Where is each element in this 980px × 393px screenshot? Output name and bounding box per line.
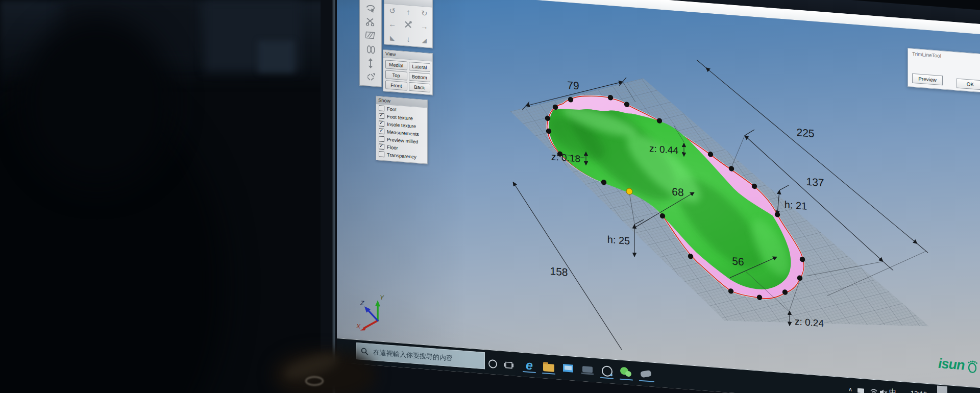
lasso-select-icon[interactable]	[364, 2, 377, 14]
tray-folder-icon[interactable]	[857, 388, 864, 393]
insole-pair-icon[interactable]	[364, 43, 377, 56]
pan-right-icon[interactable]: →	[421, 22, 428, 31]
taskbar-clock[interactable]: 12:15	[904, 389, 933, 393]
isun-foot-icon	[966, 359, 979, 373]
show-panel: Show Foot Foot texture Insole texture Me…	[376, 96, 428, 164]
expand-resize-icon[interactable]	[364, 71, 377, 83]
monitor-bezel-edge-highlight	[332, 0, 335, 393]
isun-logo: isun	[938, 356, 979, 375]
scissors-trim-icon[interactable]	[364, 15, 377, 28]
ime-indicator[interactable]: 中	[889, 387, 896, 393]
task-view-icon[interactable]	[504, 361, 513, 369]
network-icon[interactable]	[870, 388, 878, 393]
search-input[interactable]	[372, 348, 476, 364]
tray-popup-icon[interactable]	[937, 385, 947, 393]
isun-logo-text: isun	[938, 356, 965, 374]
checkbox[interactable]	[379, 136, 384, 142]
search-icon	[361, 348, 369, 356]
tools-icon[interactable]	[404, 20, 412, 31]
checkbox[interactable]	[379, 128, 384, 134]
checkbox[interactable]	[379, 113, 384, 119]
tilt-left-icon[interactable]: ◣	[390, 35, 395, 41]
view-button-back[interactable]: Back	[409, 82, 431, 92]
rotate-pad-panel: ↺ ↑ ↻ ← → ◣ ↓ ◢	[384, 0, 433, 48]
vertical-stretch-icon[interactable]	[364, 57, 377, 69]
view-button-lateral[interactable]: Lateral	[409, 62, 431, 72]
ring-highlight	[305, 376, 324, 386]
checkbox[interactable]	[379, 120, 384, 127]
viewport-3d[interactable]	[337, 0, 980, 393]
cad-app-icon[interactable]	[638, 364, 653, 383]
show-option-label: Foot	[387, 106, 397, 112]
browser-ring-app-icon[interactable]	[599, 362, 615, 380]
rotate-ccw-icon[interactable]: ↺	[389, 7, 396, 15]
background-lit-object	[258, 41, 294, 72]
checkbox[interactable]	[379, 105, 384, 111]
view-button-bottom[interactable]: Bottom	[409, 72, 431, 82]
view-panel: View Medial Lateral Top Bottom Front Bac…	[383, 50, 433, 95]
mail-app-icon[interactable]	[560, 359, 576, 377]
preview-button[interactable]: Preview	[912, 73, 943, 86]
ime-label: 中	[889, 387, 896, 393]
tilt-right-icon[interactable]: ◢	[422, 37, 427, 43]
left-toolbar	[359, 0, 382, 87]
tray-chevron-icon[interactable]: ∧	[848, 386, 852, 393]
view-button-top[interactable]: Top	[385, 70, 407, 80]
show-option-label: Transparency	[387, 152, 416, 160]
checkbox[interactable]	[379, 151, 384, 157]
view-button-medial[interactable]: Medial	[385, 60, 407, 70]
edge-browser-icon[interactable]: e	[522, 356, 537, 374]
rotate-cw-icon[interactable]: ↻	[421, 9, 428, 17]
pan-up-icon[interactable]: ↑	[406, 8, 410, 16]
person-head-silhouette	[20, 15, 174, 189]
checkbox[interactable]	[379, 143, 384, 150]
pan-down-icon[interactable]: ↓	[406, 35, 410, 43]
hatch-region-icon[interactable]	[364, 29, 377, 41]
pan-left-icon[interactable]: ←	[388, 20, 396, 28]
dialog-title: TrimLineTool	[912, 51, 941, 59]
wechat-icon[interactable]	[619, 363, 634, 381]
file-explorer-icon[interactable]	[541, 357, 556, 376]
ok-button[interactable]: OK	[957, 78, 980, 90]
volume-muted-icon[interactable]	[879, 389, 888, 393]
monitor-screen: 79 225 137 68 158 56 h: 25 h: 21 z: 0.18…	[337, 0, 980, 393]
view-button-front[interactable]: Front	[385, 80, 407, 90]
clock-time: 12:15	[911, 389, 927, 393]
this-pc-icon[interactable]	[580, 360, 595, 379]
cortana-icon[interactable]	[488, 359, 498, 369]
show-option-label: Floor	[387, 144, 398, 151]
